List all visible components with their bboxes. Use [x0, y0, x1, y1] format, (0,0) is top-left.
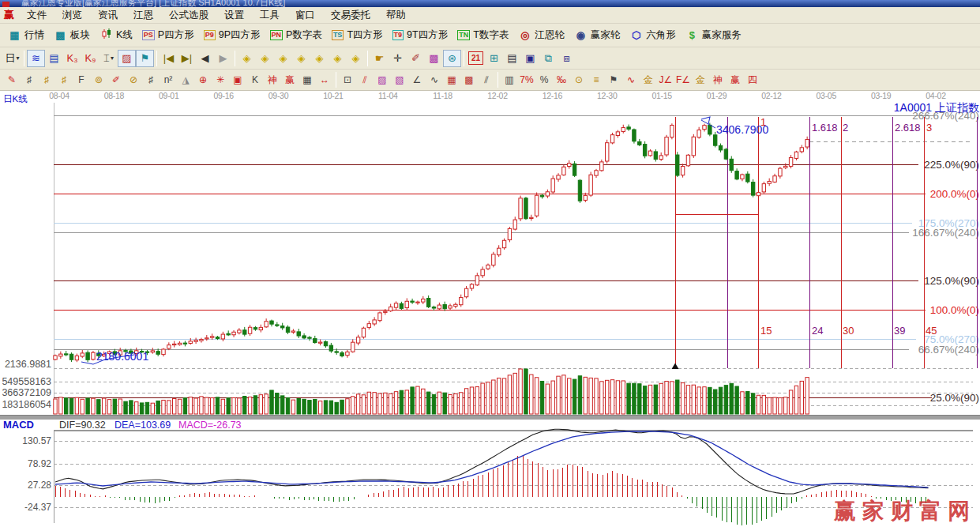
diamond-fit-button[interactable]: ◈: [347, 50, 365, 67]
gold-angle-button[interactable]: 金: [692, 72, 709, 88]
box-pattern-2-button[interactable]: ▧: [391, 72, 408, 88]
grid-red-2-button[interactable]: ▩: [460, 72, 478, 88]
feature-button-t-square[interactable]: TST四方形: [329, 26, 389, 45]
set-square-button[interactable]: ◮: [177, 72, 194, 88]
feature-button-p-square[interactable]: PSP四方形: [139, 26, 201, 45]
star-red-button[interactable]: ✳: [212, 72, 229, 88]
menu-item-3[interactable]: 江恩: [126, 8, 161, 23]
menu-item-8[interactable]: 交易委托: [323, 8, 378, 23]
width-arrows-button[interactable]: ↔: [316, 72, 333, 88]
next-button[interactable]: ▶: [214, 50, 232, 67]
angle-lines-button[interactable]: ∠: [408, 72, 426, 88]
n-squared-button[interactable]: n²: [160, 72, 177, 88]
feature-button-blocks[interactable]: ▩板块: [51, 26, 96, 45]
prev-button[interactable]: ◀: [196, 50, 214, 67]
f-angle-button[interactable]: F∠: [674, 72, 692, 88]
wave-line-button[interactable]: ∿: [622, 72, 640, 88]
grid-plain-button[interactable]: ♯: [21, 72, 38, 88]
ying-angle-button[interactable]: 赢: [727, 72, 744, 88]
pc-disk-button[interactable]: ⧈: [558, 50, 576, 67]
last-page-button[interactable]: ▶|: [178, 50, 196, 67]
menu-item-1[interactable]: 浏览: [54, 8, 90, 23]
v-lines-button[interactable]: ∿: [426, 72, 443, 88]
box-pattern-1-button[interactable]: ▨: [374, 72, 391, 88]
diamond-right-button[interactable]: ◈: [256, 50, 274, 67]
si-angle-button[interactable]: 四: [744, 72, 761, 88]
chart-canvas[interactable]: 266.67%(240)225.0%(90)200.0%(0)175.0%(27…: [0, 100, 980, 527]
shen-grid-button[interactable]: 神: [264, 72, 281, 88]
crosshair-button[interactable]: ✛: [389, 50, 407, 67]
percent-line-button[interactable]: ‰: [553, 72, 570, 88]
menu-item-7[interactable]: 窗口: [287, 8, 323, 23]
kline-9-button[interactable]: K₉: [81, 50, 100, 67]
kline-3-button[interactable]: K₃: [63, 50, 81, 67]
frame-tool-button[interactable]: ⊡: [339, 72, 356, 88]
diamond-left-button[interactable]: ◈: [238, 50, 256, 67]
shen-angle-button[interactable]: 神: [709, 72, 727, 88]
period-day-button[interactable]: 日▾: [3, 50, 21, 67]
menu-item-4[interactable]: 公式选股: [161, 8, 216, 23]
menu-item-2[interactable]: 资讯: [90, 8, 126, 23]
feature-button-winner-wheel[interactable]: ◉赢家轮: [571, 26, 627, 45]
feature-button-hexagon[interactable]: ⬡六角形: [626, 26, 682, 45]
hand-button[interactable]: ☛: [370, 50, 389, 67]
first-page-button[interactable]: |◀: [160, 50, 178, 67]
ying-grid-button[interactable]: 赢: [281, 72, 299, 88]
spiral-button[interactable]: ⊚: [90, 72, 107, 88]
grid-f-button[interactable]: F: [73, 72, 90, 88]
date-label: 01-15: [651, 91, 671, 100]
menu-item-6[interactable]: 工具: [252, 8, 287, 23]
notes-button[interactable]: ▤: [503, 50, 521, 67]
menu-item-5[interactable]: 设置: [216, 8, 252, 23]
percent-button[interactable]: %: [535, 72, 553, 88]
feature-button-9p-square[interactable]: P99P四方形: [201, 26, 267, 45]
dif-line: [55, 429, 929, 494]
menu-item-9[interactable]: 帮助: [378, 8, 414, 23]
diamond-x-button[interactable]: ◈: [310, 50, 329, 67]
grid-red-button[interactable]: ▦: [443, 72, 460, 88]
diamond-expand-button[interactable]: ◈: [329, 50, 347, 67]
pen-red-button[interactable]: ✎: [3, 72, 21, 88]
feature-button-quote-grid[interactable]: ▦行情: [5, 26, 51, 45]
diamond-down-button[interactable]: ◈: [292, 50, 310, 67]
j-angle-button[interactable]: J∠: [657, 72, 674, 88]
kline-single-button[interactable]: ⌶▾: [100, 50, 118, 67]
parallel-lines-button[interactable]: ⫽: [478, 72, 495, 88]
grid-gold-2-button[interactable]: ♯: [55, 72, 73, 88]
feature-button-kline-candles[interactable]: K线: [96, 26, 139, 45]
net-draw-button[interactable]: ≋: [27, 50, 45, 67]
grid-dense-button[interactable]: ♯: [142, 72, 160, 88]
menu-item-0[interactable]: 文件: [19, 8, 54, 23]
percent-7-button[interactable]: 7%: [518, 72, 535, 88]
grid-123-button[interactable]: ▦: [299, 72, 316, 88]
red-k-button[interactable]: ▨: [118, 50, 136, 67]
calculator-button[interactable]: ⊞: [485, 50, 503, 67]
gold-circle-button[interactable]: ⊙: [570, 72, 588, 88]
feature-button-9t-square[interactable]: T99T四方形: [389, 26, 455, 45]
toolbar-separator: [24, 51, 24, 66]
circle-345-button[interactable]: ⊘: [125, 72, 142, 88]
flag-pen-button[interactable]: ⚑: [605, 72, 622, 88]
gold-line-button[interactable]: 金: [640, 72, 657, 88]
mark-check-button[interactable]: ✐: [407, 50, 425, 67]
net-pc-button[interactable]: ⧉: [539, 50, 558, 67]
diamond-up-button[interactable]: ◈: [274, 50, 292, 67]
feature-button-service-dollar[interactable]: $赢家服务: [682, 26, 748, 45]
purple-tool-button[interactable]: ▩: [425, 50, 443, 67]
gold-lines-button[interactable]: ≡: [588, 72, 605, 88]
k-mark-button[interactable]: K: [246, 72, 264, 88]
doc-view-button[interactable]: ▤: [45, 50, 63, 67]
pen-red-2-button[interactable]: ✐: [107, 72, 125, 88]
grid-gold-1-button[interactable]: ♯: [38, 72, 55, 88]
calendar-21-button[interactable]: 21: [468, 51, 483, 65]
feature-button-t-number-table[interactable]: TNT数字表: [454, 26, 515, 45]
feature-button-p-number-table[interactable]: PNP数字表: [267, 26, 329, 45]
feature-button-gann-wheel[interactable]: ◎江恩轮: [515, 26, 571, 45]
brain-tool-button[interactable]: ⊛: [443, 50, 461, 67]
save-disk-button[interactable]: ▣: [521, 50, 539, 67]
gann-fan-button[interactable]: ⫽: [356, 72, 374, 88]
square-target-button[interactable]: ▣: [229, 72, 246, 88]
flag-filter-button[interactable]: ⚑: [136, 50, 154, 67]
circle-cross-button[interactable]: ⊕: [194, 72, 212, 88]
chart-scale-button[interactable]: ▥: [501, 72, 518, 88]
